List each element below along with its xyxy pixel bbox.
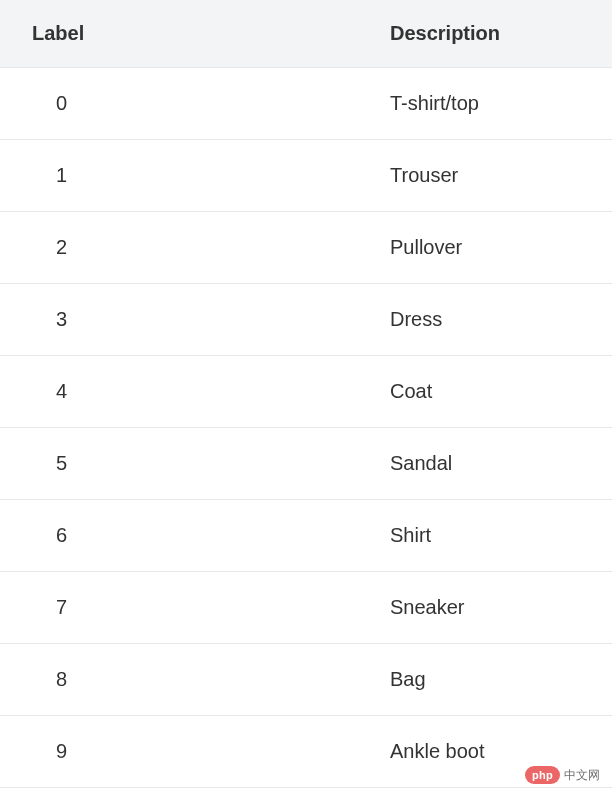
label-description-table: Label Description 0 T-shirt/top 1 Trouse… [0,0,612,788]
cell-description: Trouser [380,164,612,187]
table-row: 0 T-shirt/top [0,68,612,140]
cell-description: Ankle boot [380,740,612,763]
cell-label: 0 [0,92,380,115]
cell-label: 9 [0,740,380,763]
table-row: 4 Coat [0,356,612,428]
table-row: 9 Ankle boot [0,716,612,788]
table-row: 5 Sandal [0,428,612,500]
watermark: php 中文网 [525,766,600,784]
cell-description: Sandal [380,452,612,475]
table-row: 6 Shirt [0,500,612,572]
cell-label: 8 [0,668,380,691]
cell-description: Sneaker [380,596,612,619]
cell-label: 7 [0,596,380,619]
table-row: 8 Bag [0,644,612,716]
table-row: 7 Sneaker [0,572,612,644]
table-row: 2 Pullover [0,212,612,284]
cell-label: 6 [0,524,380,547]
cell-label: 3 [0,308,380,331]
watermark-text: 中文网 [564,767,600,784]
cell-description: T-shirt/top [380,92,612,115]
cell-description: Bag [380,668,612,691]
cell-description: Shirt [380,524,612,547]
cell-description: Pullover [380,236,612,259]
cell-label: 5 [0,452,380,475]
watermark-badge: php [525,766,560,784]
cell-label: 1 [0,164,380,187]
table-row: 3 Dress [0,284,612,356]
header-description: Description [380,22,612,45]
header-label: Label [0,22,380,45]
table-header-row: Label Description [0,0,612,68]
cell-label: 2 [0,236,380,259]
cell-description: Coat [380,380,612,403]
cell-description: Dress [380,308,612,331]
table-row: 1 Trouser [0,140,612,212]
cell-label: 4 [0,380,380,403]
